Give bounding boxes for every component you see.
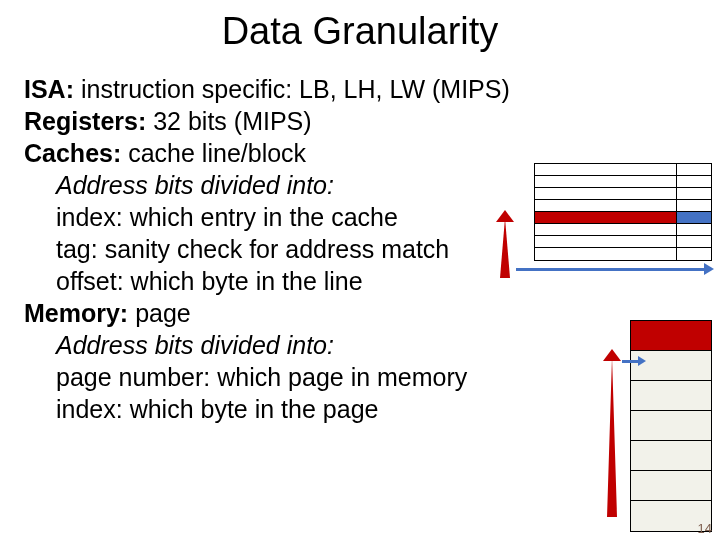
slide-title: Data Granularity: [0, 10, 720, 53]
mem-text: page: [128, 299, 191, 327]
line-isa: ISA: instruction specific: LB, LH, LW (M…: [24, 73, 720, 105]
cache-row: [535, 176, 711, 188]
cache-diagram: [534, 163, 712, 261]
cache-row: [535, 188, 711, 200]
line-registers: Registers: 32 bits (MIPS): [24, 105, 720, 137]
memory-row: [631, 381, 711, 411]
memory-row: [631, 441, 711, 471]
cache-row: [535, 224, 711, 236]
line-memory: Memory: page: [24, 297, 720, 329]
mem-label: Memory:: [24, 299, 128, 327]
cache-row: [535, 236, 711, 248]
cache-text: cache line/block: [121, 139, 306, 167]
arrow-right-icon: [622, 360, 640, 363]
page-number: 14: [698, 521, 712, 536]
reg-text: 32 bits (MIPS): [146, 107, 311, 135]
arrow-up-icon: [607, 357, 617, 517]
cache-row: [535, 200, 711, 212]
memory-row: [631, 471, 711, 501]
memory-diagram: [630, 320, 712, 532]
isa-text: instruction specific: LB, LH, LW (MIPS): [74, 75, 510, 103]
memory-row-highlight: [631, 321, 711, 351]
isa-label: ISA:: [24, 75, 74, 103]
cache-row-highlight: [535, 212, 711, 224]
cache-row: [535, 248, 711, 260]
arrow-right-icon: [516, 268, 706, 271]
cache-label: Caches:: [24, 139, 121, 167]
cache-row: [535, 164, 711, 176]
arrow-up-icon: [500, 218, 510, 278]
reg-label: Registers:: [24, 107, 146, 135]
memory-row: [631, 411, 711, 441]
